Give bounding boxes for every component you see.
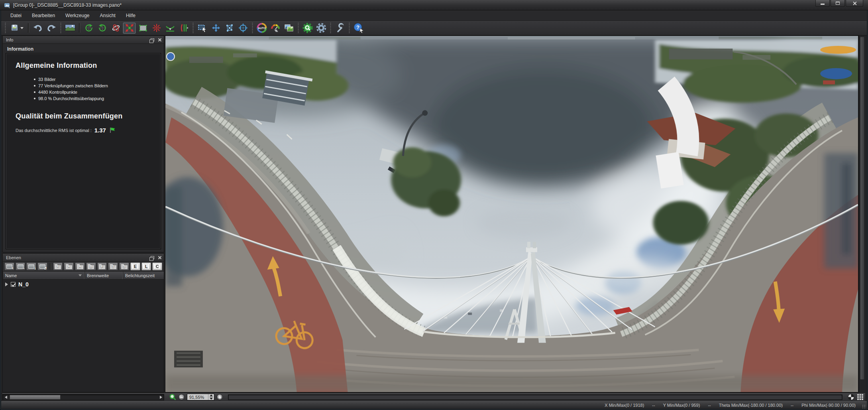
float-panel-icon[interactable] [151, 38, 154, 41]
help-button[interactable]: ? [352, 22, 365, 34]
move-images-button[interactable] [209, 22, 222, 34]
window-title: [Group 0]-_DSC8885__DSC8918-33 images.pa… [13, 2, 122, 8]
settings-button[interactable] [314, 22, 328, 34]
bullet-images: 33 Bilder [34, 76, 156, 83]
resize-grip[interactable] [862, 404, 866, 408]
delete-layer-button[interactable]: × [64, 262, 74, 270]
rotate-cw-button[interactable] [96, 22, 109, 34]
view-exposure-button[interactable]: E [130, 262, 140, 270]
column-brennweite[interactable]: Brennweite [84, 272, 123, 279]
zoom-input[interactable] [187, 394, 208, 400]
expand-icon[interactable] [5, 282, 8, 286]
menu-datei[interactable]: Datei [6, 11, 26, 20]
close-button[interactable] [846, 0, 863, 7]
horizon-curve-button[interactable] [163, 22, 177, 34]
move-images-icon [211, 23, 221, 33]
column-belichtungszeit[interactable]: Belichtungszeit [123, 272, 164, 279]
info-panel-titlebar[interactable]: Info [3, 36, 164, 44]
info-group-label: Information [7, 46, 161, 52]
layer-stack-button[interactable]: S [119, 262, 129, 270]
green-flag-icon [109, 127, 116, 133]
reload-image-button[interactable]: ↺ [37, 262, 47, 270]
plugins-button[interactable] [333, 22, 346, 34]
redo-button[interactable] [45, 22, 58, 34]
control-points-button[interactable] [223, 22, 236, 34]
wrench-icon [335, 23, 345, 33]
info-groupbox: Allgemeine Information 33 Bilder 77 Verk… [6, 53, 161, 249]
layer-time-button[interactable]: T [108, 262, 118, 270]
image-info-button[interactable]: i [26, 262, 36, 270]
svg-text:?: ? [356, 24, 359, 30]
vertical-scrollbar[interactable] [859, 35, 865, 392]
add-layer-button[interactable]: + [53, 262, 63, 270]
layer-anchor-button[interactable]: A [75, 262, 85, 270]
float-panel-icon[interactable] [151, 256, 154, 259]
view-links-button[interactable]: L [141, 262, 151, 270]
gyroscope-rotate-icon [111, 23, 121, 33]
crop-icon [138, 23, 148, 33]
info-panel: Info Information Allgemeine Information … [2, 35, 164, 252]
layers-horizontal-scrollbar[interactable] [2, 394, 164, 400]
horizontal-scrollbar-thumb[interactable] [10, 395, 61, 400]
menu-ansicht[interactable]: Ansicht [96, 11, 120, 20]
layer-row[interactable]: N_0 [3, 280, 164, 289]
color-levels-button[interactable] [269, 22, 282, 34]
fit-panorama-button[interactable] [123, 22, 136, 34]
save-icon [10, 23, 20, 33]
remove-image-button[interactable]: − [16, 262, 26, 270]
vertical-scrollbar-thumb[interactable] [860, 37, 864, 380]
set-center-button[interactable] [236, 22, 249, 34]
layers-panel-titlebar[interactable]: Ebenen [3, 254, 164, 262]
gyroscope-rotate-button[interactable] [109, 22, 122, 34]
vertical-lines-button[interactable] [177, 22, 190, 34]
rotate-ccw-button[interactable] [82, 22, 95, 34]
scroll-left-button[interactable] [3, 394, 9, 400]
view-colors-button[interactable]: C [152, 262, 162, 270]
select-images-button[interactable] [196, 22, 209, 34]
zoom-out-button[interactable] [179, 394, 185, 400]
image-icon [28, 264, 34, 269]
control-points-icon [225, 23, 234, 33]
close-panel-icon[interactable] [158, 38, 161, 41]
menu-bearbeiten[interactable]: Bearbeiten [27, 11, 59, 20]
save-button[interactable] [8, 22, 26, 34]
menu-werkzeuge[interactable]: Werkzeuge [61, 11, 94, 20]
crop-button[interactable] [136, 22, 149, 34]
minimize-button[interactable] [815, 0, 830, 7]
add-image-button[interactable]: + [4, 262, 14, 270]
status-y-minmax: Y Min/Max(0 / 959) [663, 403, 700, 408]
center-point-button[interactable] [150, 22, 163, 34]
panorama-preview-button[interactable] [63, 22, 77, 34]
maximize-button[interactable] [831, 0, 845, 7]
preview-quality-icon[interactable] [848, 394, 854, 400]
panorama-canvas[interactable] [165, 36, 858, 392]
arrow-down-icon [210, 398, 213, 400]
layers-table-header: Name Brennweite Belichtungszeit [3, 272, 164, 280]
horizon-curve-icon [165, 23, 175, 33]
undo-icon [33, 23, 43, 33]
app-window: [Group 0]-_DSC8885__DSC8918-33 images.pa… [0, 0, 868, 410]
render-button[interactable] [301, 22, 314, 34]
zoom-step-down-button[interactable] [208, 397, 214, 400]
svg-text:AUTO: AUTO [258, 27, 266, 30]
menu-hilfe[interactable]: Hilfe [122, 11, 140, 20]
menu-bar: Datei Bearbeiten Werkzeuge Ansicht Hilfe [1, 10, 867, 21]
scroll-right-button[interactable] [158, 394, 164, 400]
layer-focus-button[interactable]: F [97, 262, 107, 270]
column-name[interactable]: Name [3, 272, 84, 279]
edit-images-button[interactable] [282, 22, 295, 34]
auto-color-button[interactable]: AUTO [255, 22, 268, 34]
toolbar-handle [4, 23, 6, 33]
rotate-cw-icon [98, 23, 107, 33]
panorama-viewport [165, 35, 858, 392]
undo-button[interactable] [31, 22, 44, 34]
sort-arrow-icon [79, 274, 82, 276]
layer-blend-button[interactable]: B [86, 262, 96, 270]
panorama-horizontal-scrollbar[interactable] [228, 394, 842, 400]
layer-checkbox[interactable] [11, 282, 16, 287]
main-toolbar: AUTO [1, 21, 867, 35]
grid-toggle-icon[interactable] [857, 394, 864, 400]
zoom-in-button[interactable] [217, 394, 223, 400]
close-panel-icon[interactable] [158, 256, 161, 259]
zoom-step-up-button[interactable] [208, 394, 214, 397]
